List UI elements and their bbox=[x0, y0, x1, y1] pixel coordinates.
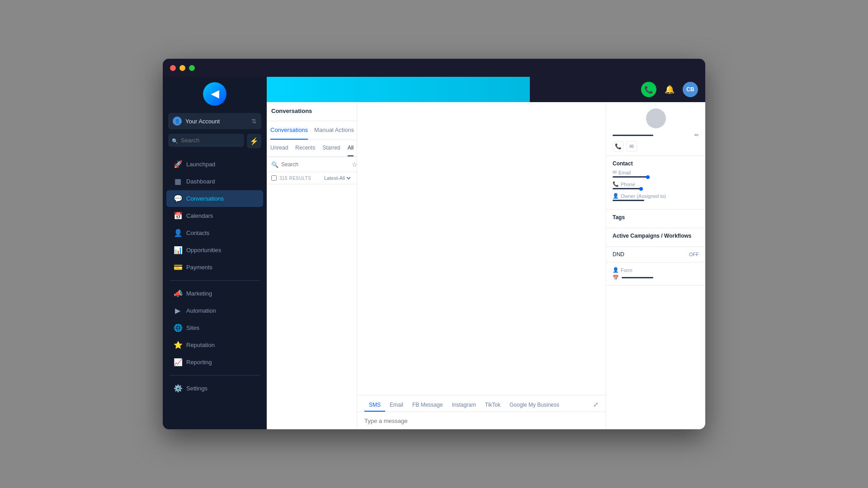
sidebar-item-settings[interactable]: ⚙️ Settings bbox=[166, 380, 263, 397]
reporting-icon: 📈 bbox=[174, 358, 182, 366]
tab-manual-actions[interactable]: Manual Actions bbox=[314, 121, 354, 140]
results-count: 315 RESULTS bbox=[279, 176, 311, 181]
phone-field-row: 📞 Phone bbox=[613, 181, 699, 189]
nav-divider-2 bbox=[170, 375, 259, 375]
expand-compose-icon[interactable]: ⤢ bbox=[593, 401, 599, 408]
phone-contact-icon[interactable]: 📞 bbox=[613, 141, 623, 152]
sidebar-item-marketing[interactable]: 📣 Marketing bbox=[166, 285, 263, 302]
sidebar-item-label-launchpad: Launchpad bbox=[186, 161, 215, 168]
sort-select[interactable]: Latest-All bbox=[322, 175, 352, 181]
sidebar-item-calendars[interactable]: 📅 Calendars bbox=[166, 207, 263, 224]
compose-tab-fb[interactable]: FB Message bbox=[408, 399, 447, 412]
phone-value-bar bbox=[613, 188, 642, 189]
compose-tab-email[interactable]: Email bbox=[385, 399, 408, 412]
dnd-row: DND OFF bbox=[613, 251, 699, 258]
tab-label: Conversations bbox=[270, 127, 308, 133]
contacts-icon: 👤 bbox=[174, 229, 182, 237]
subtab-all[interactable]: All bbox=[348, 140, 354, 156]
tags-section-title: Tags bbox=[613, 214, 699, 221]
sites-icon: 🌐 bbox=[174, 324, 182, 332]
sidebar-item-label-sites: Sites bbox=[186, 324, 199, 331]
compose-tab-label-email: Email bbox=[390, 402, 403, 408]
search-input[interactable] bbox=[168, 134, 244, 147]
sidebar-item-label-opportunities: Opportunities bbox=[186, 247, 221, 253]
edit-contact-icon[interactable]: ✏ bbox=[694, 132, 699, 138]
contact-info-section: Contact ✉ Email 📞 Phone bbox=[606, 156, 705, 210]
subtab-unread[interactable]: Unread bbox=[270, 140, 288, 156]
conv-list-empty bbox=[267, 184, 357, 429]
compose-tab-label-instagram: Instagram bbox=[452, 402, 476, 408]
form-value-bar bbox=[622, 277, 653, 278]
tags-section: Tags bbox=[606, 210, 705, 228]
sidebar-item-label-dashboard: Dashboard bbox=[186, 178, 215, 185]
notification-button[interactable]: 🔔 bbox=[662, 82, 677, 97]
sidebar-item-label-settings: Settings bbox=[186, 385, 208, 392]
email-icon: ✉ bbox=[613, 169, 617, 175]
launchpad-icon: 🚀 bbox=[174, 160, 182, 169]
lightning-button[interactable]: ⚡ bbox=[247, 134, 261, 148]
subtab-starred[interactable]: Starred bbox=[322, 140, 340, 156]
topbar-actions: 📞 🔔 CB bbox=[641, 82, 698, 97]
sidebar-item-contacts[interactable]: 👤 Contacts bbox=[166, 225, 263, 241]
sidebar-item-launchpad[interactable]: 🚀 Launchpad bbox=[166, 156, 263, 173]
form-value-row: 📅 bbox=[613, 275, 699, 281]
sidebar-item-label-payments: Payments bbox=[186, 264, 212, 271]
account-icon: 👤 bbox=[173, 117, 182, 126]
user-avatar[interactable]: CB bbox=[683, 82, 698, 97]
sidebar-item-reputation[interactable]: ⭐ Reputation bbox=[166, 337, 263, 353]
mac-window: ◀ 👤 Your Account ⇅ ⚡ 🚀 bbox=[163, 59, 705, 429]
phone-button[interactable]: 📞 bbox=[641, 82, 656, 97]
sidebar-item-dashboard[interactable]: ▦ Dashboard bbox=[166, 173, 263, 190]
sidebar-item-label-marketing: Marketing bbox=[186, 290, 212, 297]
sidebar: ◀ 👤 Your Account ⇅ ⚡ 🚀 bbox=[163, 77, 267, 429]
email-value-bar bbox=[613, 176, 649, 178]
sidebar-item-sites[interactable]: 🌐 Sites bbox=[166, 319, 263, 336]
lightning-icon: ⚡ bbox=[250, 137, 259, 145]
sidebar-item-payments[interactable]: 💳 Payments bbox=[166, 259, 263, 276]
sidebar-item-opportunities[interactable]: 📊 Opportunities bbox=[166, 242, 263, 258]
campaigns-section-title: Active Campaigns / Workflows bbox=[613, 233, 699, 239]
app-body: ◀ 👤 Your Account ⇅ ⚡ 🚀 bbox=[163, 77, 705, 429]
campaigns-section: Active Campaigns / Workflows bbox=[606, 228, 705, 247]
account-selector[interactable]: 👤 Your Account ⇅ bbox=[168, 113, 261, 129]
form-label: 👤 Form bbox=[613, 267, 699, 273]
center-panel: SMS Email FB Message Instagram bbox=[357, 102, 606, 429]
dnd-section: DND OFF bbox=[606, 247, 705, 263]
account-name: Your Account bbox=[185, 118, 220, 125]
sidebar-item-conversations[interactable]: 💬 Conversations bbox=[166, 190, 263, 207]
sidebar-item-label-calendars: Calendars bbox=[186, 212, 213, 219]
compose-tab-gmb[interactable]: Google My Business bbox=[505, 399, 564, 412]
tab-conversations[interactable]: Conversations bbox=[270, 121, 308, 140]
conversations-icon: 💬 bbox=[174, 194, 182, 203]
main-tabs-row: Conversations Conversations Manual Actio… bbox=[267, 102, 357, 157]
select-all-checkbox[interactable] bbox=[271, 175, 277, 181]
subtab-recents[interactable]: Recents bbox=[295, 140, 315, 156]
maximize-btn[interactable] bbox=[189, 65, 195, 71]
sidebar-item-label-conversations: Conversations bbox=[186, 195, 224, 202]
conv-search-input[interactable] bbox=[281, 161, 349, 168]
dashboard-icon: ▦ bbox=[174, 177, 182, 186]
minimize-btn[interactable] bbox=[179, 65, 185, 71]
compose-tab-tiktok[interactable]: TikTok bbox=[481, 399, 505, 412]
sidebar-item-automation[interactable]: ▶ Automation bbox=[166, 302, 263, 319]
phone-icon: 📞 bbox=[644, 85, 653, 94]
message-input[interactable] bbox=[364, 418, 599, 424]
phone-field-icon: 📞 bbox=[613, 181, 619, 187]
email-contact-icon[interactable]: ✉ bbox=[626, 141, 637, 152]
compose-area: SMS Email FB Message Instagram bbox=[357, 395, 606, 429]
app-logo[interactable]: ◀ bbox=[203, 82, 226, 106]
form-icon: 👤 bbox=[613, 267, 619, 273]
close-btn[interactable] bbox=[170, 65, 176, 71]
payments-icon: 💳 bbox=[174, 263, 182, 272]
sidebar-item-label-reputation: Reputation bbox=[186, 342, 215, 348]
tab-conversations-title[interactable]: Conversations bbox=[271, 102, 312, 121]
tab-label-manual: Manual Actions bbox=[314, 127, 354, 133]
compose-tab-sms[interactable]: SMS bbox=[364, 399, 385, 412]
sidebar-item-reporting[interactable]: 📈 Reporting bbox=[166, 354, 263, 371]
compose-tab-instagram[interactable]: Instagram bbox=[447, 399, 480, 412]
marketing-icon: 📣 bbox=[174, 289, 182, 298]
right-panel: ✏ 📞 ✉ Contact ✉ Email bbox=[606, 102, 705, 429]
search-wrapper bbox=[168, 134, 244, 148]
conv-list-header: 🔍 ☆ ✏ bbox=[267, 157, 357, 172]
main-content: 📞 🔔 CB bbox=[267, 77, 705, 429]
